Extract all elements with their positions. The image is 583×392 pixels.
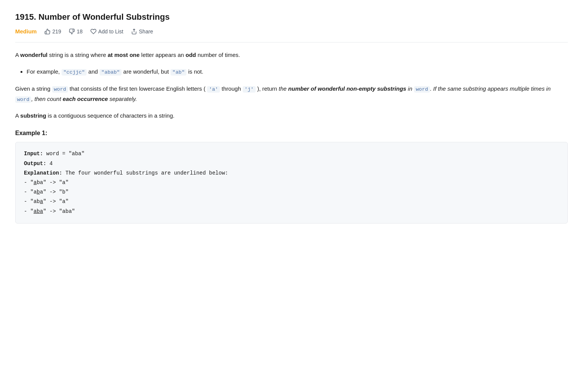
add-to-list-label: Add to List (98, 28, 123, 35)
add-to-list-button[interactable]: Add to List (90, 28, 123, 35)
upvote-count: 219 (52, 28, 61, 35)
code-word-2: word (414, 86, 430, 93)
explanation-label: Explanation: (24, 170, 62, 176)
bold-substring: substring (20, 112, 46, 119)
description-para1: A wonderful string is a string where at … (15, 50, 568, 60)
italic-then: , then count (31, 96, 63, 102)
heart-icon (90, 28, 96, 35)
problem-title: 1915. Number of Wonderful Substrings (15, 12, 568, 22)
share-icon (131, 28, 137, 35)
example1-code-block: Input: word = "aba" Output: 4 Explanatio… (15, 142, 568, 223)
thumbs-down-icon (69, 28, 75, 35)
description-para3: A substring is a contiguous sequence of … (15, 111, 568, 121)
input-label: Input: (24, 151, 43, 157)
italic-in: in (406, 85, 414, 92)
share-label: Share (139, 28, 153, 35)
italic-separately: separately. (108, 96, 137, 102)
problem-description: A wonderful string is a string where at … (15, 50, 568, 121)
bold-wonderful: wonderful (20, 52, 47, 58)
code-word-3: word (15, 96, 31, 103)
bold-italic-number: number of wonderful non-empty substrings (288, 85, 406, 92)
italic-if: . If the same substring appears multiple… (430, 85, 551, 92)
code-word-1: word (52, 86, 68, 93)
code-abab: "abab" (100, 69, 122, 76)
bold-odd: odd (186, 52, 196, 58)
meta-row: Medium 219 18 Add to List Share (15, 28, 568, 43)
description-para2: Given a string word that consists of the… (15, 84, 568, 104)
underline-a1: a (33, 179, 36, 186)
code-ccjjc: "ccjjc" (62, 69, 87, 76)
downvote-button[interactable]: 18 (69, 28, 83, 35)
upvote-button[interactable]: 219 (44, 28, 61, 35)
bold-italic-each: each occurrence (63, 96, 108, 102)
description-list: For example, "ccjjc" and "abab" are wond… (27, 67, 568, 77)
thumbs-up-icon (44, 28, 51, 35)
bold-at-most-one: at most one (107, 52, 139, 58)
italic-the: the (279, 85, 288, 92)
example1-title: Example 1: (15, 130, 568, 137)
code-ab: "ab" (171, 69, 186, 76)
underline-a2: a (40, 198, 43, 205)
code-j: 'j' (243, 86, 256, 93)
share-button[interactable]: Share (131, 28, 153, 35)
underline-aba: aba (33, 208, 43, 214)
code-a: 'a' (207, 86, 220, 93)
output-label: Output: (24, 161, 46, 167)
downvote-count: 18 (77, 28, 83, 35)
underline-b: b (37, 189, 40, 195)
list-item-example: For example, "ccjjc" and "abab" are wond… (27, 67, 568, 77)
difficulty-badge: Medium (15, 28, 37, 35)
